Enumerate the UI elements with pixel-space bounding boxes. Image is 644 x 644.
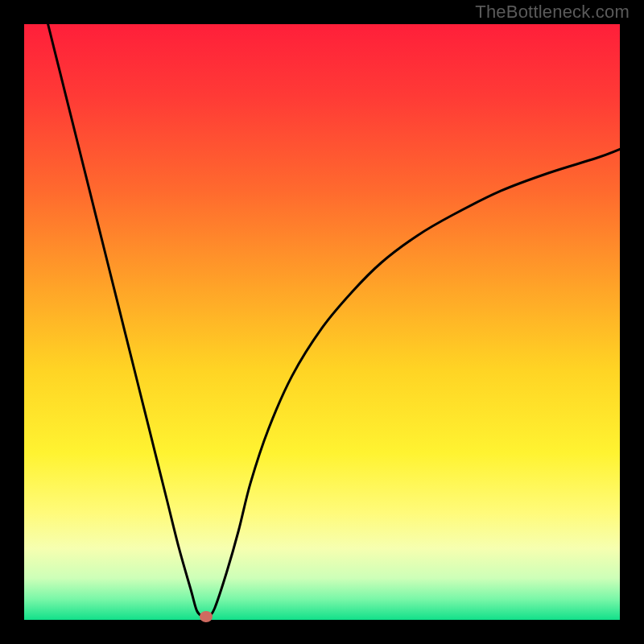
plot-area bbox=[24, 24, 620, 620]
minimum-marker-dot bbox=[200, 611, 213, 622]
chart-frame: TheBottleneck.com bbox=[0, 0, 644, 644]
watermark-text: TheBottleneck.com bbox=[475, 2, 630, 23]
bottleneck-curve bbox=[24, 24, 620, 620]
